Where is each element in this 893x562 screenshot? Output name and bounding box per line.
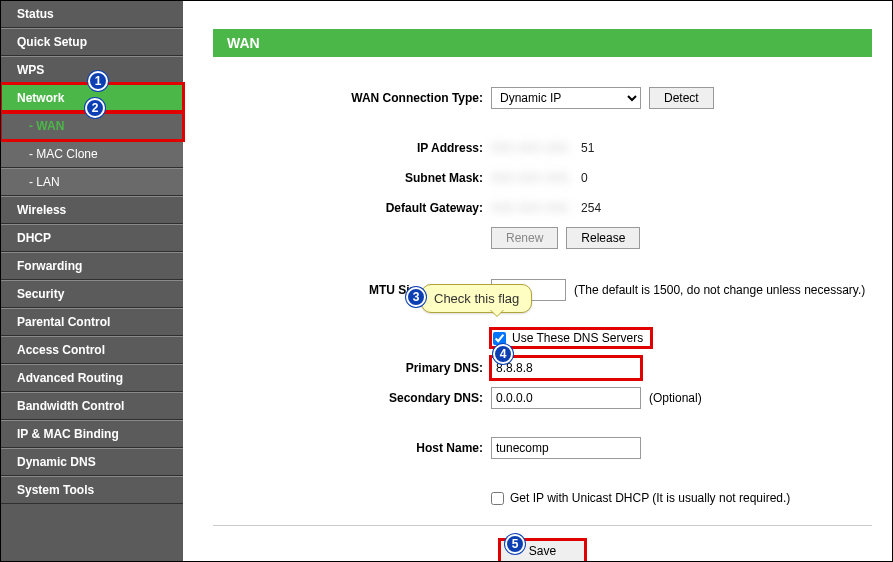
- mask-value-suffix: 0: [581, 171, 588, 185]
- primary-dns-input[interactable]: [491, 357, 641, 379]
- mtu-hint: (The default is 1500, do not change unle…: [574, 283, 865, 297]
- divider: [213, 525, 872, 526]
- sidebar-item-system-tools[interactable]: System Tools: [1, 476, 183, 504]
- page-title: WAN: [213, 29, 872, 57]
- ip-masked: 000.000.000.: [491, 141, 573, 155]
- sdns-hint: (Optional): [649, 391, 702, 405]
- annotation-callout: Check this flag: [421, 284, 532, 313]
- ip-value-suffix: 51: [581, 141, 594, 155]
- sidebar-item-quick-setup[interactable]: Quick Setup: [1, 28, 183, 56]
- unicast-wrapper: Get IP with Unicast DHCP (It is usually …: [491, 491, 790, 505]
- ip-label: IP Address:: [213, 141, 491, 155]
- gw-label: Default Gateway:: [213, 201, 491, 215]
- annotation-badge-3: 3: [406, 287, 426, 307]
- renew-button[interactable]: Renew: [491, 227, 558, 249]
- use-dns-checkbox[interactable]: [493, 332, 506, 345]
- sidebar-item-advanced-routing[interactable]: Advanced Routing: [1, 364, 183, 392]
- sidebar-item-dynamic-dns[interactable]: Dynamic DNS: [1, 448, 183, 476]
- sidebar-item-security[interactable]: Security: [1, 280, 183, 308]
- annotation-badge-1: 1: [88, 71, 108, 91]
- sidebar-item-mac-clone[interactable]: - MAC Clone: [1, 140, 183, 168]
- conn-type-select[interactable]: Dynamic IP: [491, 87, 641, 109]
- sidebar-item-bandwidth-control[interactable]: Bandwidth Control: [1, 392, 183, 420]
- pdns-label: Primary DNS:: [213, 361, 491, 375]
- sidebar-item-parental-control[interactable]: Parental Control: [1, 308, 183, 336]
- mask-masked: 000.000.000.: [491, 171, 573, 185]
- sidebar-item-access-control[interactable]: Access Control: [1, 336, 183, 364]
- sidebar-item-ip-mac-binding[interactable]: IP & MAC Binding: [1, 420, 183, 448]
- unicast-label: Get IP with Unicast DHCP (It is usually …: [510, 491, 790, 505]
- annotation-badge-5: 5: [505, 534, 525, 554]
- mask-label: Subnet Mask:: [213, 171, 491, 185]
- sidebar-item-forwarding[interactable]: Forwarding: [1, 252, 183, 280]
- content: WAN WAN Connection Type: Dynamic IP Dete…: [183, 1, 892, 561]
- annotation-badge-4: 4: [493, 344, 513, 364]
- wan-form: WAN Connection Type: Dynamic IP Detect I…: [213, 85, 872, 561]
- conn-type-label: WAN Connection Type:: [213, 91, 491, 105]
- sidebar-item-wireless[interactable]: Wireless: [1, 196, 183, 224]
- use-dns-wrapper: Use These DNS Servers: [491, 329, 651, 347]
- sidebar-item-lan[interactable]: - LAN: [1, 168, 183, 196]
- secondary-dns-input[interactable]: [491, 387, 641, 409]
- host-label: Host Name:: [213, 441, 491, 455]
- use-dns-label: Use These DNS Servers: [512, 331, 643, 345]
- sdns-label: Secondary DNS:: [213, 391, 491, 405]
- unicast-checkbox[interactable]: [491, 492, 504, 505]
- sidebar-item-status[interactable]: Status: [1, 1, 183, 28]
- sidebar-item-dhcp[interactable]: DHCP: [1, 224, 183, 252]
- annotation-badge-2: 2: [85, 98, 105, 118]
- gw-value-suffix: 254: [581, 201, 601, 215]
- release-button[interactable]: Release: [566, 227, 640, 249]
- host-name-input[interactable]: [491, 437, 641, 459]
- gw-masked: 000.000.000.: [491, 201, 573, 215]
- detect-button[interactable]: Detect: [649, 87, 714, 109]
